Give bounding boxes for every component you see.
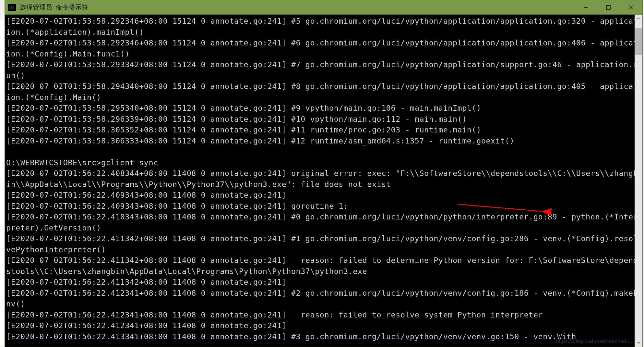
maximize-button[interactable] xyxy=(597,0,620,14)
terminal-line: [E2020-07-02T01:56:22.412341+08:00 11408… xyxy=(6,289,638,309)
terminal-line: [E2020-07-02T01:53:58.293342+08:00 15124… xyxy=(6,60,638,80)
terminal-line: [E2020-07-02T01:56:22.410343+08:00 11408… xyxy=(6,212,638,232)
terminal-line: [E2020-07-02T01:53:58.294340+08:00 15124… xyxy=(6,82,638,102)
scrollbar-thumb[interactable] xyxy=(635,28,642,55)
minimize-icon xyxy=(583,5,588,10)
chevron-down-icon xyxy=(637,341,640,345)
window-controls xyxy=(574,0,642,14)
close-icon xyxy=(628,5,634,10)
chevron-up-icon xyxy=(637,17,640,20)
scroll-up-button[interactable] xyxy=(635,15,642,22)
terminal-line: [E2020-07-02T01:53:58.292346+08:00 15124… xyxy=(6,38,638,58)
watermark: https://blog.csdn.net/commsh... xyxy=(556,338,633,344)
terminal-line: [E2020-07-02T01:53:58.296339+08:00 15124… xyxy=(6,115,467,124)
close-button[interactable] xyxy=(620,0,642,14)
maximize-icon xyxy=(606,5,611,10)
terminal-line: [E2020-07-02T01:53:58.295340+08:00 15124… xyxy=(6,104,481,113)
cmd-icon: C:\. xyxy=(7,4,17,11)
terminal-line: [E2020-07-02T01:53:58.292346+08:00 15124… xyxy=(6,17,638,37)
window-title: 选择管理员: 命令提示符 xyxy=(20,3,88,12)
terminal-line: [E2020-07-02T01:53:58.306333+08:00 15124… xyxy=(6,136,514,145)
titlebar[interactable]: C:\. 选择管理员: 命令提示符 xyxy=(5,0,642,15)
background-fragment xyxy=(0,19,5,346)
scrollbar[interactable] xyxy=(635,15,642,347)
terminal-line: [E2020-07-02T01:56:22.411342+08:00 11408… xyxy=(6,234,638,254)
terminal-window: C:\. 选择管理员: 命令提示符 [E2020-07-02T01:53:58.… xyxy=(5,0,643,347)
terminal-line: O:\WEBRWTCSTORE\src>gclient sync xyxy=(6,158,158,167)
terminal-line: [E2020-07-02T01:56:22.408344+08:00 11408… xyxy=(6,169,638,189)
terminal-line: [E2020-07-02T01:56:22.409343+08:00 11408… xyxy=(6,191,286,200)
terminal-line: [E2020-07-02T01:53:58.305352+08:00 15124… xyxy=(6,125,481,134)
terminal-line: [E2020-07-02T01:56:22.412341+08:00 11408… xyxy=(6,321,286,330)
terminal-line: [E2020-07-02T01:56:22.409343+08:00 11408… xyxy=(6,202,348,211)
terminal-line: [E2020-07-02T01:56:22.411342+08:00 11408… xyxy=(6,278,286,287)
terminal-content: [E2020-07-02T01:53:58.292346+08:00 15124… xyxy=(6,16,642,342)
terminal-line: [E2020-07-02T01:56:22.412341+08:00 11408… xyxy=(6,310,543,319)
terminal-line: [E2020-07-02T01:56:22.413341+08:00 11408… xyxy=(6,332,576,341)
scroll-down-button[interactable] xyxy=(635,339,642,347)
terminal-line: [E2020-07-02T01:56:22.411342+08:00 11408… xyxy=(6,256,638,276)
svg-rect-1 xyxy=(606,6,610,9)
minimize-button[interactable] xyxy=(574,0,597,14)
terminal-output[interactable]: [E2020-07-02T01:53:58.292346+08:00 15124… xyxy=(5,15,642,347)
